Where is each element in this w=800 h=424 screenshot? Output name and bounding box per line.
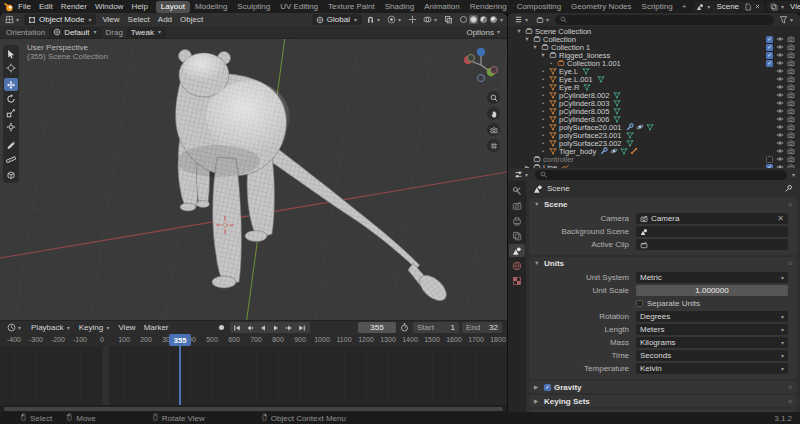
eye-toggle-icon[interactable] bbox=[776, 35, 784, 43]
camera-toggle-icon[interactable] bbox=[787, 155, 795, 163]
outliner-row[interactable]: ▼Collection 1✓ bbox=[508, 43, 800, 51]
outliner-display-mode[interactable]: ▾ bbox=[534, 16, 552, 24]
length-select[interactable]: Meters▾ bbox=[636, 324, 788, 335]
tool-add-cube[interactable] bbox=[4, 168, 18, 181]
checkbox-unchecked[interactable] bbox=[766, 156, 773, 163]
prev-key-button[interactable] bbox=[245, 322, 256, 333]
viewport-menu-object[interactable]: Object bbox=[176, 15, 207, 24]
workspace-tab-shading[interactable]: Shading bbox=[380, 1, 419, 13]
unit-scale-slider[interactable]: 1.000000 bbox=[636, 285, 788, 296]
outliner-row[interactable]: •Eye.L.001 bbox=[508, 75, 800, 83]
workspace-tab-geometry-nodes[interactable]: Geometry Nodes bbox=[566, 1, 636, 13]
eye-toggle-icon[interactable] bbox=[776, 51, 784, 59]
expand-caret[interactable]: • bbox=[539, 124, 547, 130]
camera-toggle-icon[interactable] bbox=[787, 51, 795, 59]
timeline-scrollbar[interactable] bbox=[4, 407, 503, 411]
camera-toggle-icon[interactable] bbox=[787, 43, 795, 51]
playhead-badge[interactable]: 355 bbox=[169, 334, 191, 346]
unit-system-select[interactable]: Metric▾ bbox=[636, 272, 788, 283]
outliner-row[interactable]: •Eye.L bbox=[508, 67, 800, 75]
checkbox-checked[interactable]: ✓ bbox=[766, 60, 773, 67]
nav-camera-view-button[interactable] bbox=[487, 123, 500, 136]
editor-type-button[interactable]: ▾ bbox=[3, 15, 22, 24]
tool-rotate[interactable] bbox=[4, 92, 18, 105]
current-frame-field[interactable]: 355 bbox=[358, 322, 396, 333]
show-overlays-toggle[interactable]: ▾ bbox=[421, 15, 440, 24]
menu-render[interactable]: Render bbox=[57, 2, 91, 11]
checkbox-checked[interactable]: ✓ bbox=[766, 52, 773, 59]
properties-tab-scene[interactable] bbox=[509, 244, 525, 257]
outliner-row[interactable]: •Collection 1.001✓ bbox=[508, 59, 800, 67]
outliner-editor-type-button[interactable]: ▾ bbox=[512, 15, 531, 24]
jump-start-button[interactable] bbox=[232, 322, 243, 333]
xray-toggle[interactable] bbox=[442, 15, 455, 24]
expand-caret[interactable]: • bbox=[539, 68, 547, 74]
tool-select-box[interactable] bbox=[4, 47, 18, 60]
workspace-tab-modeling[interactable]: Modeling bbox=[190, 1, 232, 13]
properties-tab-render[interactable] bbox=[509, 199, 525, 212]
tool-scale[interactable] bbox=[4, 106, 18, 119]
navigation-gizmo[interactable] bbox=[459, 43, 503, 87]
outliner-row[interactable]: ▼Rigged_lioness✓ bbox=[508, 51, 800, 59]
nav-pan-button[interactable] bbox=[487, 107, 500, 120]
temperature-select[interactable]: Kelvin▾ bbox=[636, 363, 788, 374]
shading-rendered-button[interactable] bbox=[489, 15, 498, 24]
mode-dropdown[interactable]: Object Mode▾ bbox=[24, 14, 96, 25]
menu-file[interactable]: File bbox=[14, 2, 35, 11]
workspace-tab-animation[interactable]: Animation bbox=[419, 1, 465, 13]
outliner-row[interactable]: •pCylinder8.003 bbox=[508, 99, 800, 107]
blender-logo-icon[interactable] bbox=[4, 2, 14, 12]
viewlayer-selector[interactable]: ▾ ViewLayer bbox=[767, 1, 800, 12]
camera-toggle-icon[interactable] bbox=[787, 147, 795, 155]
expand-caret[interactable]: • bbox=[539, 100, 547, 106]
timeline-menu-marker[interactable]: Marker bbox=[140, 323, 173, 332]
drag-dropdown[interactable]: Tweak▾ bbox=[127, 27, 166, 38]
scene-selector[interactable]: ▾ Scene bbox=[693, 1, 764, 12]
checkbox-checked[interactable]: ✓ bbox=[766, 44, 773, 51]
close-icon[interactable] bbox=[754, 3, 761, 10]
units-panel-header[interactable]: ▼Units≡ bbox=[529, 257, 797, 269]
timeline-track[interactable] bbox=[0, 346, 507, 405]
camera-toggle-icon[interactable] bbox=[787, 99, 795, 107]
workspace-tab-uv-editing[interactable]: UV Editing bbox=[275, 1, 323, 13]
eye-toggle-icon[interactable] bbox=[776, 115, 784, 123]
timeline-ruler[interactable]: 355 -400-300-200-10001002003004005006007… bbox=[0, 334, 507, 346]
outliner-row[interactable]: •pCylinder8.002 bbox=[508, 91, 800, 99]
outliner-row[interactable]: •Eye.R bbox=[508, 83, 800, 91]
workspace-tab-sculpting[interactable]: Sculpting bbox=[232, 1, 275, 13]
workspace-tab-rendering[interactable]: Rendering bbox=[465, 1, 512, 13]
tool-measure[interactable] bbox=[4, 151, 18, 164]
expand-caret[interactable]: ▼ bbox=[531, 44, 539, 50]
start-frame-field[interactable]: Start1 bbox=[413, 322, 459, 333]
camera-toggle-icon[interactable] bbox=[787, 35, 795, 43]
show-gizmo-toggle[interactable] bbox=[406, 15, 419, 24]
workspace-tab-layout[interactable]: Layout bbox=[156, 1, 190, 13]
eye-toggle-icon[interactable] bbox=[776, 83, 784, 91]
playhead-line[interactable] bbox=[179, 346, 181, 405]
expand-caret[interactable]: • bbox=[539, 76, 547, 82]
nav-ortho-grid-button[interactable] bbox=[487, 139, 500, 152]
workspace-tab-scripting[interactable]: Scripting bbox=[637, 1, 678, 13]
tool-cursor[interactable] bbox=[4, 61, 18, 74]
active-clip-field[interactable] bbox=[636, 239, 788, 250]
menu-window[interactable]: Window bbox=[91, 2, 127, 11]
rotation-select[interactable]: Degrees▾ bbox=[636, 311, 788, 322]
camera-toggle-icon[interactable] bbox=[787, 131, 795, 139]
add-workspace-button[interactable]: + bbox=[678, 2, 691, 11]
shading-material-button[interactable] bbox=[479, 15, 488, 24]
outliner-filter-button[interactable]: ▾ bbox=[777, 15, 796, 24]
expand-caret[interactable]: • bbox=[539, 116, 547, 122]
expand-caret[interactable]: ▼ bbox=[539, 52, 547, 58]
timeline-menu-keying[interactable]: Keying ▾ bbox=[75, 323, 115, 332]
eye-toggle-icon[interactable] bbox=[776, 155, 784, 163]
viewport-menu-add[interactable]: Add bbox=[154, 15, 176, 24]
camera-field[interactable]: Camera ✕ bbox=[636, 213, 788, 224]
eye-toggle-icon[interactable] bbox=[776, 107, 784, 115]
viewport-menu-view[interactable]: View bbox=[98, 15, 123, 24]
proportional-editing-toggle[interactable]: ▾ bbox=[385, 15, 404, 24]
workspace-tab-compositing[interactable]: Compositing bbox=[512, 1, 566, 13]
camera-toggle-icon[interactable] bbox=[787, 91, 795, 99]
expand-caret[interactable]: • bbox=[539, 108, 547, 114]
eye-toggle-icon[interactable] bbox=[776, 131, 784, 139]
expand-caret[interactable]: • bbox=[539, 132, 547, 138]
